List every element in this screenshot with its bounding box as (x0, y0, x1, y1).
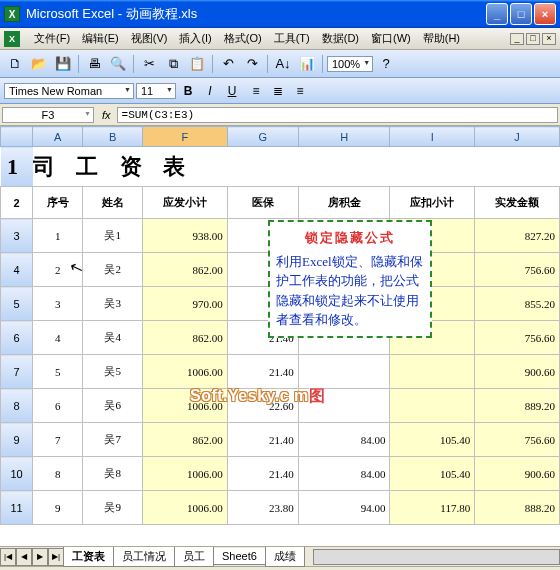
underline-button[interactable]: U (222, 81, 242, 101)
align-left-button[interactable]: ≡ (246, 81, 266, 101)
col-label[interactable]: 姓名 (83, 187, 143, 219)
save-icon[interactable]: 💾 (52, 53, 74, 75)
sheet-tab[interactable]: 员工 (174, 547, 214, 567)
font-size-select[interactable]: 11 (136, 83, 176, 99)
col-header[interactable]: I (390, 127, 475, 147)
spreadsheet-grid[interactable]: A B F G H I J 1 司 工 资 表 2 序号 姓名 应发小计 医保 … (0, 126, 560, 546)
cell[interactable]: 862.00 (143, 253, 228, 287)
cell[interactable]: 7 (33, 423, 83, 457)
cell[interactable]: 889.20 (475, 389, 560, 423)
maximize-button[interactable]: □ (510, 3, 532, 25)
cell[interactable]: 吴2 (83, 253, 143, 287)
tab-nav-last[interactable]: ▶| (48, 548, 64, 566)
fx-label[interactable]: fx (96, 109, 117, 121)
cell[interactable]: 756.60 (475, 253, 560, 287)
cell[interactable]: 94.00 (298, 491, 390, 525)
tab-nav-next[interactable]: ▶ (32, 548, 48, 566)
menu-help[interactable]: 帮助(H) (417, 29, 466, 48)
cell[interactable]: 1006.00 (143, 491, 228, 525)
sheet-tab[interactable]: 工资表 (63, 547, 114, 567)
sheet-tab[interactable]: 成绩 (265, 547, 305, 567)
cell[interactable]: 21.40 (227, 457, 298, 491)
minimize-button[interactable]: _ (486, 3, 508, 25)
redo-icon[interactable]: ↷ (241, 53, 263, 75)
cell[interactable] (298, 355, 390, 389)
italic-button[interactable]: I (200, 81, 220, 101)
col-header[interactable]: G (227, 127, 298, 147)
col-header[interactable]: A (33, 127, 83, 147)
row-header[interactable]: 4 (1, 253, 33, 287)
zoom-select[interactable]: 100% (327, 56, 373, 72)
cell[interactable]: 900.60 (475, 355, 560, 389)
menu-insert[interactable]: 插入(I) (173, 29, 217, 48)
menu-data[interactable]: 数据(D) (316, 29, 365, 48)
cell[interactable]: 756.60 (475, 321, 560, 355)
chart-icon[interactable]: 📊 (296, 53, 318, 75)
sheet-tab[interactable]: Sheet6 (213, 548, 266, 565)
col-label[interactable]: 房积金 (298, 187, 390, 219)
cell[interactable]: 吴8 (83, 457, 143, 491)
cell[interactable]: 1006.00 (143, 355, 228, 389)
cell[interactable]: 2 (33, 253, 83, 287)
cell[interactable]: 855.20 (475, 287, 560, 321)
col-header[interactable]: F (143, 127, 228, 147)
cell[interactable]: 5 (33, 355, 83, 389)
copy-icon[interactable]: ⧉ (162, 53, 184, 75)
cell[interactable]: 8 (33, 457, 83, 491)
sheet-title[interactable]: 司 工 资 表 (33, 147, 560, 187)
col-label[interactable]: 应扣小计 (390, 187, 475, 219)
cell[interactable]: 756.60 (475, 423, 560, 457)
select-all-corner[interactable] (1, 127, 33, 147)
row-header[interactable]: 3 (1, 219, 33, 253)
cell[interactable]: 9 (33, 491, 83, 525)
cell[interactable]: 吴7 (83, 423, 143, 457)
cell[interactable]: 吴9 (83, 491, 143, 525)
cell[interactable] (298, 389, 390, 423)
cell[interactable]: 105.40 (390, 423, 475, 457)
col-label[interactable]: 实发金额 (475, 187, 560, 219)
col-header[interactable]: H (298, 127, 390, 147)
new-icon[interactable]: 🗋 (4, 53, 26, 75)
h-scrollbar[interactable] (313, 549, 560, 565)
row-header[interactable]: 5 (1, 287, 33, 321)
cell[interactable]: 3 (33, 287, 83, 321)
mdi-minimize-button[interactable]: _ (510, 33, 524, 45)
cell[interactable]: 1006.00 (143, 457, 228, 491)
help-icon[interactable]: ? (375, 53, 397, 75)
row-header[interactable]: 7 (1, 355, 33, 389)
row-header[interactable]: 6 (1, 321, 33, 355)
cell[interactable]: 1 (33, 219, 83, 253)
cell[interactable]: 84.00 (298, 457, 390, 491)
col-label[interactable]: 序号 (33, 187, 83, 219)
preview-icon[interactable]: 🔍 (107, 53, 129, 75)
cell[interactable]: 22.60 (227, 389, 298, 423)
cell[interactable]: 吴6 (83, 389, 143, 423)
menu-edit[interactable]: 编辑(E) (76, 29, 125, 48)
tab-nav-first[interactable]: |◀ (0, 548, 16, 566)
close-button[interactable]: × (534, 3, 556, 25)
bold-button[interactable]: B (178, 81, 198, 101)
col-header[interactable]: J (475, 127, 560, 147)
row-header[interactable]: 2 (1, 187, 33, 219)
col-label[interactable]: 医保 (227, 187, 298, 219)
menu-format[interactable]: 格式(O) (218, 29, 268, 48)
formula-input[interactable]: =SUM(C3:E3) (117, 107, 558, 123)
cell[interactable]: 23.80 (227, 491, 298, 525)
sort-icon[interactable]: A↓ (272, 53, 294, 75)
cell[interactable]: 862.00 (143, 423, 228, 457)
cell[interactable]: 21.40 (227, 355, 298, 389)
menu-file[interactable]: 文件(F) (28, 29, 76, 48)
cell[interactable]: 862.00 (143, 321, 228, 355)
row-header[interactable]: 11 (1, 491, 33, 525)
align-center-button[interactable]: ≣ (268, 81, 288, 101)
cell[interactable]: 吴5 (83, 355, 143, 389)
cell[interactable]: 970.00 (143, 287, 228, 321)
paste-icon[interactable]: 📋 (186, 53, 208, 75)
row-header[interactable]: 8 (1, 389, 33, 423)
cell[interactable]: 827.20 (475, 219, 560, 253)
cell[interactable]: 105.40 (390, 457, 475, 491)
cut-icon[interactable]: ✂ (138, 53, 160, 75)
row-header[interactable]: 9 (1, 423, 33, 457)
app-menu-icon[interactable]: X (4, 31, 20, 47)
sheet-tab[interactable]: 员工情况 (113, 547, 175, 567)
